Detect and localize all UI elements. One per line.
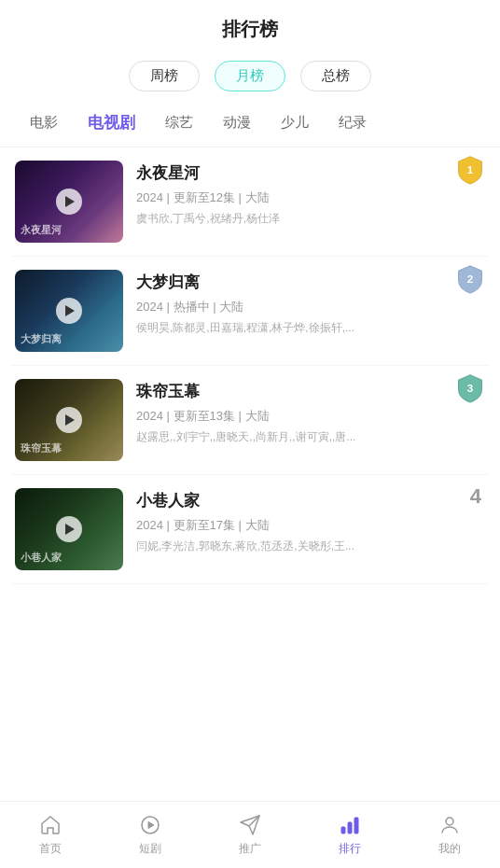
cast-4: 闫妮,李光洁,郭晓东,蒋欣,范丞丞,关晓彤,王... bbox=[136, 539, 485, 554]
category-row: 电影 电视剧 综艺 动漫 少儿 纪录 bbox=[0, 99, 500, 147]
send-icon bbox=[238, 813, 262, 837]
info-1: 永夜星河 2024 | 更新至12集 | 大陆 虞书欣,丁禹兮,祝绪丹,杨仕泽 bbox=[136, 161, 485, 227]
info-3: 珠帘玉幕 2024 | 更新至13集 | 大陆 赵露思,,刘宇宁,,唐晓天,,尚… bbox=[136, 379, 485, 445]
rank-number-4: 4 bbox=[470, 484, 481, 509]
thumbnail-1[interactable]: 永夜星河 bbox=[15, 161, 123, 243]
cast-3: 赵露思,,刘宇宁,,唐晓天,,尚新月,,谢可寅,,唐... bbox=[136, 429, 485, 445]
title-3: 珠帘玉幕 bbox=[136, 381, 485, 402]
list-item[interactable]: 珠帘玉幕 珠帘玉幕 2024 | 更新至13集 | 大陆 赵露思,,刘宇宁,,唐… bbox=[11, 366, 489, 475]
info-2: 大梦归离 2024 | 热播中 | 大陆 侯明昊,陈都灵,田嘉瑞,程潇,林子烨,… bbox=[136, 270, 485, 336]
thumb-label-3: 珠帘玉幕 bbox=[21, 441, 62, 455]
list-container: 永夜星河 永夜星河 2024 | 更新至12集 | 大陆 虞书欣,丁禹兮,祝绪丹… bbox=[0, 147, 500, 659]
nav-promote[interactable]: 推广 bbox=[230, 809, 270, 861]
ranking-list: 永夜星河 永夜星河 2024 | 更新至12集 | 大陆 虞书欣,丁禹兮,祝绪丹… bbox=[0, 147, 500, 584]
play-button-4[interactable] bbox=[56, 516, 82, 542]
thumbnail-3[interactable]: 珠帘玉幕 bbox=[15, 379, 123, 461]
list-item[interactable]: 大梦归离 大梦归离 2024 | 热播中 | 大陆 侯明昊,陈都灵,田嘉瑞,程潇… bbox=[11, 257, 489, 366]
user-icon bbox=[438, 813, 462, 837]
rank-badge-3: 3 bbox=[455, 373, 485, 403]
page-title: 排行榜 bbox=[0, 0, 500, 53]
nav-rank-label: 排行 bbox=[339, 841, 361, 857]
thumb-label-1: 永夜星河 bbox=[21, 223, 62, 237]
nav-short[interactable]: 短剧 bbox=[131, 809, 170, 861]
svg-rect-4 bbox=[341, 827, 345, 833]
svg-rect-5 bbox=[348, 822, 352, 833]
meta-2: 2024 | 热播中 | 大陆 bbox=[136, 299, 485, 315]
tab-weekly[interactable]: 周榜 bbox=[129, 61, 200, 91]
thumbnail-2[interactable]: 大梦归离 bbox=[15, 270, 123, 352]
meta-4: 2024 | 更新至17集 | 大陆 bbox=[136, 517, 485, 534]
info-4: 小巷人家 2024 | 更新至17集 | 大陆 闫妮,李光洁,郭晓东,蒋欣,范丞… bbox=[136, 488, 485, 554]
list-item[interactable]: 永夜星河 永夜星河 2024 | 更新至12集 | 大陆 虞书欣,丁禹兮,祝绪丹… bbox=[11, 147, 489, 257]
nav-short-label: 短剧 bbox=[139, 841, 161, 857]
svg-text:2: 2 bbox=[467, 273, 473, 285]
cat-doc[interactable]: 纪录 bbox=[324, 110, 382, 135]
meta-1: 2024 | 更新至12集 | 大陆 bbox=[136, 189, 485, 206]
play-short-icon bbox=[138, 813, 162, 837]
rank-badge-2: 2 bbox=[455, 264, 485, 294]
nav-rank[interactable]: 排行 bbox=[330, 809, 369, 861]
play-icon-4 bbox=[65, 524, 75, 535]
play-icon-3 bbox=[65, 414, 75, 426]
cat-variety[interactable]: 综艺 bbox=[150, 110, 208, 135]
list-item[interactable]: 小巷人家 小巷人家 2024 | 更新至17集 | 大陆 闫妮,李光洁,郭晓东,… bbox=[11, 475, 489, 584]
home-icon bbox=[38, 813, 62, 837]
svg-text:1: 1 bbox=[467, 164, 474, 175]
thumbnail-4[interactable]: 小巷人家 bbox=[15, 488, 123, 570]
bottom-nav: 首页 短剧 推广 排行 bbox=[0, 801, 500, 868]
cat-kids[interactable]: 少儿 bbox=[266, 110, 324, 135]
tab-monthly[interactable]: 月榜 bbox=[215, 61, 285, 91]
cast-2: 侯明昊,陈都灵,田嘉瑞,程潇,林子烨,徐振轩,... bbox=[136, 320, 485, 336]
play-icon-1 bbox=[65, 196, 75, 207]
svg-text:3: 3 bbox=[467, 383, 473, 394]
nav-home[interactable]: 首页 bbox=[31, 809, 70, 861]
title-2: 大梦归离 bbox=[136, 272, 485, 293]
title-1: 永夜星河 bbox=[136, 162, 485, 184]
tab-total[interactable]: 总榜 bbox=[300, 61, 371, 91]
play-button-2[interactable] bbox=[56, 298, 82, 324]
nav-mine-label: 我的 bbox=[438, 841, 461, 857]
nav-home-label: 首页 bbox=[39, 841, 62, 857]
nav-mine[interactable]: 我的 bbox=[430, 809, 469, 861]
svg-point-7 bbox=[446, 818, 453, 825]
cat-movie[interactable]: 电影 bbox=[15, 110, 73, 135]
cast-1: 虞书欣,丁禹兮,祝绪丹,杨仕泽 bbox=[136, 211, 485, 227]
title-4: 小巷人家 bbox=[136, 490, 485, 511]
thumb-label-2: 大梦归离 bbox=[21, 332, 62, 346]
cat-anime[interactable]: 动漫 bbox=[208, 110, 266, 135]
cat-tv[interactable]: 电视剧 bbox=[73, 108, 150, 137]
play-button-1[interactable] bbox=[56, 189, 82, 215]
rank-badge-1: 1 bbox=[455, 155, 485, 185]
nav-promote-label: 推广 bbox=[239, 841, 261, 857]
rank-icon bbox=[338, 813, 362, 837]
thumb-label-4: 小巷人家 bbox=[21, 551, 62, 565]
tab-row: 周榜 月榜 总榜 bbox=[0, 53, 500, 99]
play-icon-2 bbox=[65, 305, 75, 316]
play-button-3[interactable] bbox=[56, 407, 82, 433]
meta-3: 2024 | 更新至13集 | 大陆 bbox=[136, 408, 485, 425]
svg-rect-6 bbox=[354, 818, 358, 833]
